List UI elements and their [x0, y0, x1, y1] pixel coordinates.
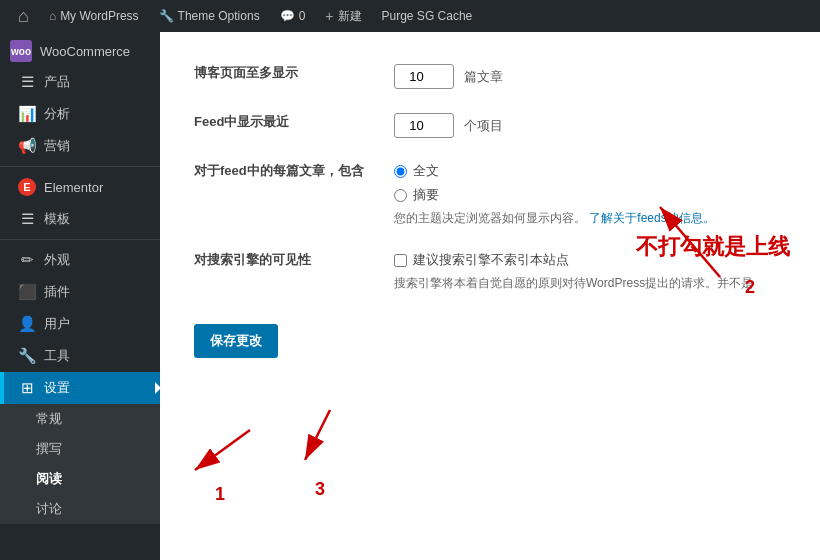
sidebar-label-appearance: 外观	[44, 251, 70, 269]
search-visibility-desc: 搜索引擎将本着自觉自愿的原则对待WordPress提出的请求。并不是	[394, 275, 786, 292]
sidebar-label-marketing: 营销	[44, 137, 70, 155]
tools-icon: 🔧	[18, 347, 36, 365]
submenu-reading[interactable]: 阅读	[0, 464, 160, 494]
svg-line-1	[195, 430, 250, 470]
blog-posts-unit: 篇文章	[464, 69, 503, 84]
sidebar-label-users: 用户	[44, 315, 70, 333]
save-row: 保存更改	[184, 324, 796, 358]
settings-submenu: 常规 撰写 阅读 讨论	[0, 404, 160, 524]
woocommerce-label: WooCommerce	[40, 44, 130, 59]
arrow-1-svg	[190, 420, 290, 480]
sidebar-label-elementor: Elementor	[44, 180, 103, 195]
woocommerce-header[interactable]: woo WooCommerce	[0, 32, 160, 66]
submenu-writing[interactable]: 撰写	[0, 434, 160, 464]
sidebar-item-analytics[interactable]: 📊 分析	[0, 98, 160, 130]
submenu-general[interactable]: 常规	[0, 404, 160, 434]
comments-item[interactable]: 💬 0	[272, 0, 314, 32]
save-button[interactable]: 保存更改	[194, 324, 278, 358]
my-wordpress-item[interactable]: ⌂ My WordPress	[41, 0, 147, 32]
sidebar-item-appearance[interactable]: ✏ 外观	[0, 244, 160, 276]
annotation-num3: 3	[315, 479, 325, 500]
sidebar-item-settings[interactable]: ⊞ 设置	[0, 372, 160, 404]
main-content: 博客页面至多显示 篇文章 Feed中显示最近 个项目	[160, 32, 820, 560]
submenu-discussion[interactable]: 讨论	[0, 494, 160, 524]
sidebar-item-templates[interactable]: ☰ 模板	[0, 203, 160, 235]
appearance-icon: ✏	[18, 251, 36, 269]
feed-items-unit: 个项目	[464, 118, 503, 133]
purge-cache-item[interactable]: Purge SG Cache	[374, 0, 481, 32]
sidebar-item-elementor[interactable]: E Elementor	[0, 171, 160, 203]
woo-logo: woo	[10, 40, 32, 62]
feed-items-input[interactable]	[394, 113, 454, 138]
annotation-num1: 1	[215, 484, 225, 505]
full-text-option[interactable]: 全文	[394, 162, 786, 180]
feeds-info-link[interactable]: 了解关于feeds的信息。	[589, 211, 714, 225]
feed-items-label: Feed中显示最近	[184, 101, 384, 150]
sidebar-label-plugins: 插件	[44, 283, 70, 301]
blog-posts-input[interactable]	[394, 64, 454, 89]
blog-posts-label: 博客页面至多显示	[184, 52, 384, 101]
home-icon: ⌂	[49, 9, 56, 23]
sidebar-label-tools: 工具	[44, 347, 70, 365]
plus-icon: +	[325, 8, 333, 24]
new-item[interactable]: + 新建	[317, 0, 369, 32]
search-visibility-label: 对搜索引擎的可见性	[184, 239, 384, 304]
search-visibility-checkbox[interactable]	[394, 254, 407, 267]
sidebar-label-templates: 模板	[44, 210, 70, 228]
sidebar-label-products: 产品	[44, 73, 70, 91]
analytics-icon: 📊	[18, 105, 36, 123]
products-icon: ☰	[18, 73, 36, 91]
elementor-icon: E	[18, 178, 36, 196]
feed-content-radio-group: 全文 摘要	[394, 162, 786, 204]
settings-icon: ⊞	[18, 379, 36, 397]
comment-icon: 💬	[280, 9, 295, 23]
svg-line-5	[305, 410, 330, 460]
wp-logo-bar-item[interactable]: ⌂	[10, 0, 37, 32]
sidebar-label-settings: 设置	[44, 379, 70, 397]
sidebar-item-tools[interactable]: 🔧 工具	[0, 340, 160, 372]
users-icon: 👤	[18, 315, 36, 333]
sidebar-item-marketing[interactable]: 📢 营销	[0, 130, 160, 162]
arrow-3-svg	[290, 400, 370, 470]
sidebar-label-analytics: 分析	[44, 105, 70, 123]
settings-form: 博客页面至多显示 篇文章 Feed中显示最近 个项目	[184, 52, 796, 304]
feed-content-row: 对于feed中的每篇文章，包含 全文 摘要	[184, 150, 796, 239]
summary-radio[interactable]	[394, 189, 407, 202]
marketing-icon: 📢	[18, 137, 36, 155]
sidebar: woo WooCommerce ☰ 产品 📊 分析 📢 营销 E Element…	[0, 32, 160, 560]
feed-hint: 您的主题决定浏览器如何显示内容。 了解关于feeds的信息。	[394, 210, 786, 227]
feed-content-label: 对于feed中的每篇文章，包含	[184, 150, 384, 239]
sidebar-item-plugins[interactable]: ⬛ 插件	[0, 276, 160, 308]
search-visibility-checkbox-label[interactable]: 建议搜索引擎不索引本站点	[394, 251, 786, 269]
wrench-icon: 🔧	[159, 9, 174, 23]
main-layout: woo WooCommerce ☰ 产品 📊 分析 📢 营销 E Element…	[0, 32, 820, 560]
full-text-radio[interactable]	[394, 165, 407, 178]
templates-icon: ☰	[18, 210, 36, 228]
feed-items-row: Feed中显示最近 个项目	[184, 101, 796, 150]
admin-bar: ⌂ ⌂ My WordPress 🔧 Theme Options 💬 0 + 新…	[0, 0, 820, 32]
plugins-icon: ⬛	[18, 283, 36, 301]
summary-option[interactable]: 摘要	[394, 186, 786, 204]
search-visibility-row: 对搜索引擎的可见性 建议搜索引擎不索引本站点 搜索引擎将本着自觉自愿的原则对待W…	[184, 239, 796, 304]
sidebar-item-products[interactable]: ☰ 产品	[0, 66, 160, 98]
blog-posts-row: 博客页面至多显示 篇文章	[184, 52, 796, 101]
sidebar-item-users[interactable]: 👤 用户	[0, 308, 160, 340]
theme-options-item[interactable]: 🔧 Theme Options	[151, 0, 268, 32]
